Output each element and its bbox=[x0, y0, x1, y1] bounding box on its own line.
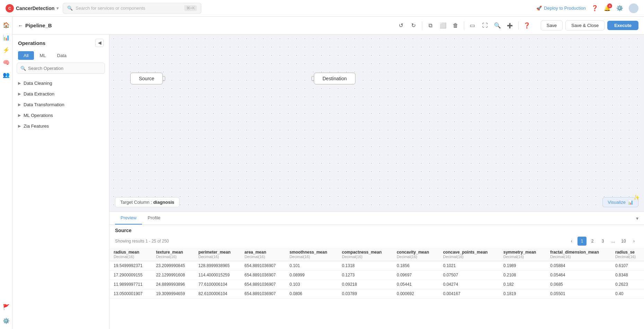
settings-icon[interactable]: ⚙️ bbox=[616, 5, 623, 11]
ops-group-label: Data Transformation bbox=[24, 102, 64, 107]
cell-r0-c0: 19.5499992371 bbox=[109, 261, 152, 271]
table-row: 17.290000915522.1299991608114.4000015259… bbox=[109, 271, 644, 280]
tab-preview[interactable]: Preview bbox=[115, 212, 142, 225]
visualize-button[interactable]: Visualize 📊 ✨ bbox=[602, 197, 638, 207]
zoom-out-button[interactable]: 🔍 bbox=[492, 20, 503, 31]
chevron-data-cleaning-icon: ▶ bbox=[18, 81, 21, 85]
sidebar-header: Operations ◀ bbox=[12, 35, 109, 51]
ops-group-data-cleaning[interactable]: ▶ Data Cleaning bbox=[12, 78, 109, 89]
main-content: Operations ◀ All ML Data 🔍 ▶ Data Cleani… bbox=[12, 35, 644, 329]
cell-r3-c3: 654.8891036907 bbox=[240, 289, 285, 299]
rail-settings-bottom-icon[interactable]: ⚙️ bbox=[1, 315, 12, 326]
rail-flag-icon[interactable]: 🚩 bbox=[1, 301, 12, 312]
panel-collapse-button[interactable]: ▾ bbox=[636, 216, 638, 221]
global-search[interactable]: 🔍 Search for services or components ⌘+K bbox=[63, 3, 201, 14]
icon-rail: 🏠 📊 ⚡ 🧠 👥 🚩 ⚙️ bbox=[0, 17, 12, 329]
cell-r2-c4: 0.103 bbox=[285, 280, 338, 289]
ops-list: ▶ Data Cleaning ▶ Data Extraction ▶ Data… bbox=[12, 76, 109, 329]
rail-pipeline-icon[interactable]: ⚡ bbox=[1, 44, 12, 55]
canvas[interactable]: Source Destination Target Column : diagn… bbox=[109, 35, 644, 211]
canvas-area: Source Destination Target Column : diagn… bbox=[109, 35, 644, 329]
cell-r2-c3: 654.8891036907 bbox=[240, 280, 285, 289]
next-page-button[interactable]: › bbox=[629, 237, 638, 246]
ops-group-zia-features[interactable]: ▶ Zia Features bbox=[12, 121, 109, 131]
tab-data[interactable]: Data bbox=[52, 51, 72, 60]
sidebar-search[interactable]: 🔍 bbox=[17, 63, 105, 74]
rocket-icon: 🚀 bbox=[536, 6, 542, 11]
rail-models-icon[interactable]: 🧠 bbox=[1, 57, 12, 68]
help-icon[interactable]: ❓ bbox=[591, 5, 598, 11]
cell-r0-c1: 23.2099990845 bbox=[152, 261, 194, 271]
col-concavity-mean: concavity_mean Decimal(16) bbox=[392, 248, 439, 261]
sidebar-title: Operations bbox=[18, 40, 45, 46]
tab-all[interactable]: All bbox=[18, 51, 34, 60]
destination-node-label: Destination bbox=[323, 76, 347, 81]
search-icon: 🔍 bbox=[67, 6, 73, 11]
ops-group-data-extraction[interactable]: ▶ Data Extraction bbox=[12, 89, 109, 99]
cell-r2-c2: 77.6100006104 bbox=[194, 280, 240, 289]
showing-text: Showing results 1 - 25 of 250 bbox=[115, 239, 169, 244]
ops-group-label: Data Extraction bbox=[24, 91, 54, 97]
cell-r2-c7: 0.04274 bbox=[439, 280, 499, 289]
copy-button[interactable]: ⧉ bbox=[425, 20, 436, 31]
back-arrow-icon: ← bbox=[18, 22, 23, 28]
undo-button[interactable]: ↺ bbox=[396, 20, 407, 31]
destination-node-handle-left[interactable] bbox=[311, 76, 314, 81]
fullscreen-button[interactable]: ⛶ bbox=[479, 20, 491, 31]
brand[interactable]: C CancerDetection ▾ bbox=[6, 4, 59, 12]
data-table-wrap[interactable]: radius_mean Decimal(16) texture_mean Dec… bbox=[109, 248, 644, 329]
tool-separator-3 bbox=[518, 21, 519, 30]
source-node-label: Source bbox=[139, 76, 154, 81]
deploy-button[interactable]: 🚀 Deploy to Production bbox=[536, 6, 586, 11]
cell-r1-c3: 654.8891036907 bbox=[240, 271, 285, 280]
cell-r0-c8: 0.1989 bbox=[499, 261, 546, 271]
source-node[interactable]: Source bbox=[130, 73, 163, 84]
pipeline-toolbar: ← Pipeline_B ↺ ↻ ⧉ ⬜ 🗑 ▭ ⛶ 🔍 ➕ ❓ Save Sa… bbox=[12, 17, 644, 35]
pipeline-back[interactable]: ← Pipeline_B bbox=[18, 22, 52, 28]
execute-button[interactable]: Execute bbox=[607, 21, 638, 30]
tab-profile[interactable]: Profile bbox=[142, 212, 166, 225]
notifications-button[interactable]: 🔔 4 bbox=[604, 5, 611, 11]
chevron-ml-operations-icon: ▶ bbox=[18, 113, 21, 118]
page-10-button[interactable]: 10 bbox=[619, 237, 628, 246]
cell-r1-c7: 0.07507 bbox=[439, 271, 499, 280]
avatar[interactable] bbox=[629, 3, 638, 13]
collapse-button[interactable]: ◀ bbox=[95, 39, 104, 47]
cell-r3-c8: 0.1819 bbox=[499, 289, 546, 299]
rail-users-icon[interactable]: 👥 bbox=[1, 69, 12, 80]
table-header-row: radius_mean Decimal(16) texture_mean Dec… bbox=[109, 248, 644, 261]
brand-chevron[interactable]: ▾ bbox=[56, 6, 59, 11]
cell-r1-c6: 0.09697 bbox=[392, 271, 439, 280]
ops-group-label: ML Operations bbox=[24, 113, 53, 118]
page-3-button[interactable]: 3 bbox=[598, 237, 607, 246]
col-radius-se: radius_se Decimal(16) bbox=[611, 248, 644, 261]
cell-r1-c1: 22.1299991608 bbox=[152, 271, 194, 280]
paste-button[interactable]: ⬜ bbox=[438, 20, 449, 31]
redo-button[interactable]: ↻ bbox=[408, 20, 419, 31]
col-concave-points-mean: concave_points_mean Decimal(16) bbox=[439, 248, 499, 261]
fit-view-button[interactable]: ▭ bbox=[467, 20, 478, 31]
search-operation-input[interactable] bbox=[28, 66, 101, 71]
tab-ml[interactable]: ML bbox=[34, 51, 51, 60]
ops-group-ml-operations[interactable]: ▶ ML Operations bbox=[12, 110, 109, 121]
ops-group-data-transformation[interactable]: ▶ Data Transformation bbox=[12, 99, 109, 110]
prev-page-button[interactable]: ‹ bbox=[567, 237, 576, 246]
brand-name: CancerDetection bbox=[16, 6, 54, 11]
panel-source-title: Source bbox=[109, 225, 644, 236]
visualize-label: Visualize bbox=[608, 200, 626, 205]
cell-r1-c5: 0.1273 bbox=[338, 271, 392, 280]
page-1-button[interactable]: 1 bbox=[577, 237, 586, 246]
help-pipeline-button[interactable]: ❓ bbox=[521, 20, 532, 31]
save-close-button[interactable]: Save & Close bbox=[565, 20, 605, 30]
source-node-handle[interactable] bbox=[162, 76, 165, 81]
cell-r3-c6: 0.000692 bbox=[392, 289, 439, 299]
zoom-in-button[interactable]: ➕ bbox=[504, 20, 515, 31]
sidebar-tabs: All ML Data bbox=[12, 51, 109, 63]
delete-button[interactable]: 🗑 bbox=[450, 20, 461, 31]
rail-home-icon[interactable]: 🏠 bbox=[1, 19, 12, 30]
destination-node[interactable]: Destination bbox=[314, 73, 355, 84]
rail-data-icon[interactable]: 📊 bbox=[1, 32, 12, 43]
col-symmetry-mean: symmetry_mean Decimal(16) bbox=[499, 248, 546, 261]
save-button[interactable]: Save bbox=[541, 20, 563, 30]
page-2-button[interactable]: 2 bbox=[588, 237, 597, 246]
